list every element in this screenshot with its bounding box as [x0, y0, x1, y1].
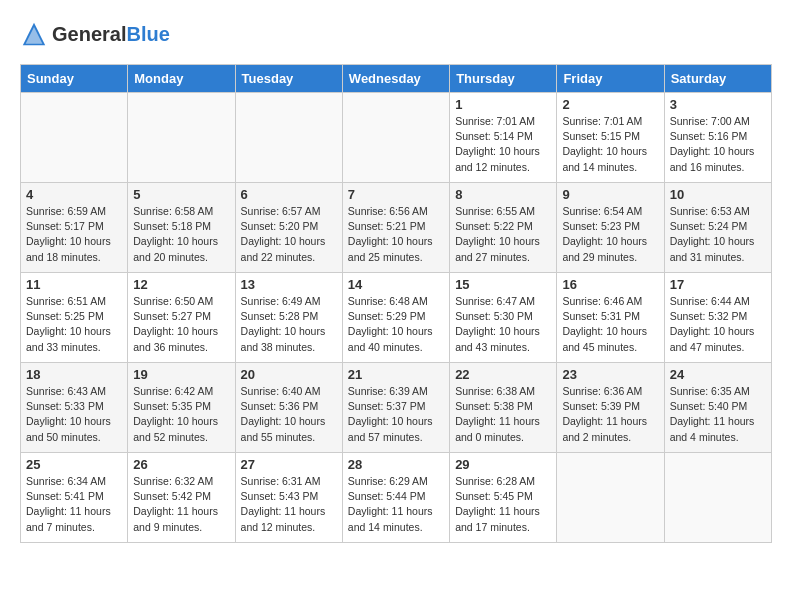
week-row-2: 4Sunrise: 6:59 AMSunset: 5:17 PMDaylight…	[21, 183, 772, 273]
calendar-cell: 25Sunrise: 6:34 AMSunset: 5:41 PMDayligh…	[21, 453, 128, 543]
calendar-cell: 3Sunrise: 7:00 AMSunset: 5:16 PMDaylight…	[664, 93, 771, 183]
day-number: 20	[241, 367, 337, 382]
day-number: 6	[241, 187, 337, 202]
day-info: Sunrise: 6:50 AMSunset: 5:27 PMDaylight:…	[133, 294, 229, 355]
calendar-cell: 14Sunrise: 6:48 AMSunset: 5:29 PMDayligh…	[342, 273, 449, 363]
day-info: Sunrise: 6:44 AMSunset: 5:32 PMDaylight:…	[670, 294, 766, 355]
day-info: Sunrise: 6:39 AMSunset: 5:37 PMDaylight:…	[348, 384, 444, 445]
day-info: Sunrise: 6:28 AMSunset: 5:45 PMDaylight:…	[455, 474, 551, 535]
day-number: 21	[348, 367, 444, 382]
day-number: 14	[348, 277, 444, 292]
day-number: 15	[455, 277, 551, 292]
day-number: 23	[562, 367, 658, 382]
day-info: Sunrise: 6:34 AMSunset: 5:41 PMDaylight:…	[26, 474, 122, 535]
day-number: 28	[348, 457, 444, 472]
calendar-cell: 24Sunrise: 6:35 AMSunset: 5:40 PMDayligh…	[664, 363, 771, 453]
day-header-monday: Monday	[128, 65, 235, 93]
day-number: 22	[455, 367, 551, 382]
day-number: 2	[562, 97, 658, 112]
calendar-cell	[342, 93, 449, 183]
calendar-cell: 22Sunrise: 6:38 AMSunset: 5:38 PMDayligh…	[450, 363, 557, 453]
day-number: 24	[670, 367, 766, 382]
day-info: Sunrise: 6:55 AMSunset: 5:22 PMDaylight:…	[455, 204, 551, 265]
day-header-friday: Friday	[557, 65, 664, 93]
calendar-cell: 13Sunrise: 6:49 AMSunset: 5:28 PMDayligh…	[235, 273, 342, 363]
calendar-cell	[235, 93, 342, 183]
calendar-cell: 5Sunrise: 6:58 AMSunset: 5:18 PMDaylight…	[128, 183, 235, 273]
calendar-cell: 18Sunrise: 6:43 AMSunset: 5:33 PMDayligh…	[21, 363, 128, 453]
day-info: Sunrise: 6:51 AMSunset: 5:25 PMDaylight:…	[26, 294, 122, 355]
logo-text: GeneralBlue	[52, 23, 170, 46]
calendar-cell: 9Sunrise: 6:54 AMSunset: 5:23 PMDaylight…	[557, 183, 664, 273]
day-header-thursday: Thursday	[450, 65, 557, 93]
day-info: Sunrise: 6:40 AMSunset: 5:36 PMDaylight:…	[241, 384, 337, 445]
calendar-cell: 2Sunrise: 7:01 AMSunset: 5:15 PMDaylight…	[557, 93, 664, 183]
day-info: Sunrise: 7:00 AMSunset: 5:16 PMDaylight:…	[670, 114, 766, 175]
day-info: Sunrise: 6:47 AMSunset: 5:30 PMDaylight:…	[455, 294, 551, 355]
day-info: Sunrise: 6:42 AMSunset: 5:35 PMDaylight:…	[133, 384, 229, 445]
day-info: Sunrise: 6:32 AMSunset: 5:42 PMDaylight:…	[133, 474, 229, 535]
calendar-cell: 11Sunrise: 6:51 AMSunset: 5:25 PMDayligh…	[21, 273, 128, 363]
day-number: 5	[133, 187, 229, 202]
calendar-cell: 16Sunrise: 6:46 AMSunset: 5:31 PMDayligh…	[557, 273, 664, 363]
calendar-cell	[664, 453, 771, 543]
day-info: Sunrise: 6:59 AMSunset: 5:17 PMDaylight:…	[26, 204, 122, 265]
calendar-cell: 20Sunrise: 6:40 AMSunset: 5:36 PMDayligh…	[235, 363, 342, 453]
week-row-5: 25Sunrise: 6:34 AMSunset: 5:41 PMDayligh…	[21, 453, 772, 543]
day-number: 11	[26, 277, 122, 292]
logo: GeneralBlue	[20, 20, 170, 48]
calendar-cell	[128, 93, 235, 183]
day-info: Sunrise: 6:36 AMSunset: 5:39 PMDaylight:…	[562, 384, 658, 445]
day-number: 17	[670, 277, 766, 292]
calendar-header-row: SundayMondayTuesdayWednesdayThursdayFrid…	[21, 65, 772, 93]
calendar-cell: 26Sunrise: 6:32 AMSunset: 5:42 PMDayligh…	[128, 453, 235, 543]
calendar-cell: 28Sunrise: 6:29 AMSunset: 5:44 PMDayligh…	[342, 453, 449, 543]
day-info: Sunrise: 6:46 AMSunset: 5:31 PMDaylight:…	[562, 294, 658, 355]
day-number: 27	[241, 457, 337, 472]
calendar-cell: 23Sunrise: 6:36 AMSunset: 5:39 PMDayligh…	[557, 363, 664, 453]
week-row-1: 1Sunrise: 7:01 AMSunset: 5:14 PMDaylight…	[21, 93, 772, 183]
calendar-cell: 27Sunrise: 6:31 AMSunset: 5:43 PMDayligh…	[235, 453, 342, 543]
calendar-cell: 10Sunrise: 6:53 AMSunset: 5:24 PMDayligh…	[664, 183, 771, 273]
day-header-tuesday: Tuesday	[235, 65, 342, 93]
day-info: Sunrise: 6:43 AMSunset: 5:33 PMDaylight:…	[26, 384, 122, 445]
calendar-cell: 17Sunrise: 6:44 AMSunset: 5:32 PMDayligh…	[664, 273, 771, 363]
day-number: 29	[455, 457, 551, 472]
day-number: 25	[26, 457, 122, 472]
day-number: 7	[348, 187, 444, 202]
day-number: 8	[455, 187, 551, 202]
day-number: 19	[133, 367, 229, 382]
calendar-cell: 12Sunrise: 6:50 AMSunset: 5:27 PMDayligh…	[128, 273, 235, 363]
day-info: Sunrise: 7:01 AMSunset: 5:14 PMDaylight:…	[455, 114, 551, 175]
day-number: 18	[26, 367, 122, 382]
week-row-3: 11Sunrise: 6:51 AMSunset: 5:25 PMDayligh…	[21, 273, 772, 363]
day-number: 1	[455, 97, 551, 112]
logo-icon	[20, 20, 48, 48]
day-number: 26	[133, 457, 229, 472]
calendar-cell: 7Sunrise: 6:56 AMSunset: 5:21 PMDaylight…	[342, 183, 449, 273]
day-header-saturday: Saturday	[664, 65, 771, 93]
day-header-sunday: Sunday	[21, 65, 128, 93]
day-info: Sunrise: 6:31 AMSunset: 5:43 PMDaylight:…	[241, 474, 337, 535]
day-info: Sunrise: 6:54 AMSunset: 5:23 PMDaylight:…	[562, 204, 658, 265]
day-info: Sunrise: 6:57 AMSunset: 5:20 PMDaylight:…	[241, 204, 337, 265]
day-info: Sunrise: 6:56 AMSunset: 5:21 PMDaylight:…	[348, 204, 444, 265]
day-info: Sunrise: 6:48 AMSunset: 5:29 PMDaylight:…	[348, 294, 444, 355]
calendar-body: 1Sunrise: 7:01 AMSunset: 5:14 PMDaylight…	[21, 93, 772, 543]
day-number: 16	[562, 277, 658, 292]
day-info: Sunrise: 6:38 AMSunset: 5:38 PMDaylight:…	[455, 384, 551, 445]
calendar-cell: 1Sunrise: 7:01 AMSunset: 5:14 PMDaylight…	[450, 93, 557, 183]
calendar-cell: 4Sunrise: 6:59 AMSunset: 5:17 PMDaylight…	[21, 183, 128, 273]
week-row-4: 18Sunrise: 6:43 AMSunset: 5:33 PMDayligh…	[21, 363, 772, 453]
day-info: Sunrise: 6:53 AMSunset: 5:24 PMDaylight:…	[670, 204, 766, 265]
calendar-cell: 6Sunrise: 6:57 AMSunset: 5:20 PMDaylight…	[235, 183, 342, 273]
calendar-cell: 29Sunrise: 6:28 AMSunset: 5:45 PMDayligh…	[450, 453, 557, 543]
page-header: GeneralBlue	[20, 20, 772, 48]
day-info: Sunrise: 6:49 AMSunset: 5:28 PMDaylight:…	[241, 294, 337, 355]
calendar-cell: 19Sunrise: 6:42 AMSunset: 5:35 PMDayligh…	[128, 363, 235, 453]
day-number: 13	[241, 277, 337, 292]
calendar-cell: 21Sunrise: 6:39 AMSunset: 5:37 PMDayligh…	[342, 363, 449, 453]
day-info: Sunrise: 6:29 AMSunset: 5:44 PMDaylight:…	[348, 474, 444, 535]
calendar-cell: 8Sunrise: 6:55 AMSunset: 5:22 PMDaylight…	[450, 183, 557, 273]
day-header-wednesday: Wednesday	[342, 65, 449, 93]
